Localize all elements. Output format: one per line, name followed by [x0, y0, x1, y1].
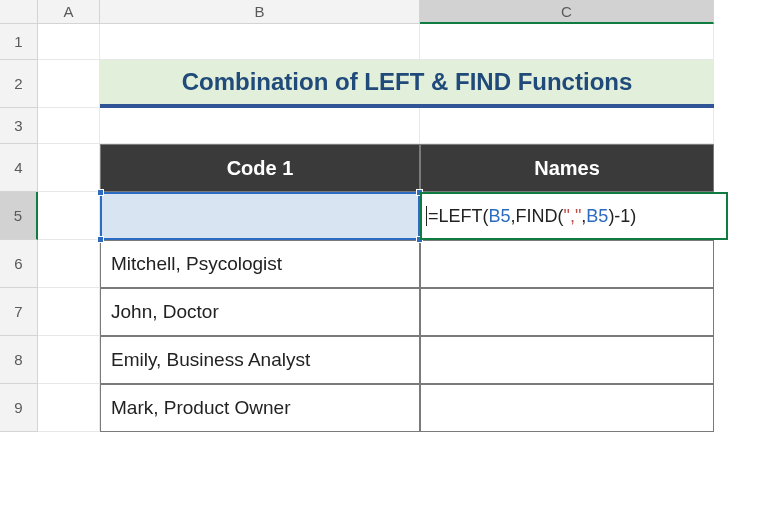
title-text: Combination of LEFT & FIND Functions — [182, 68, 633, 96]
text-cursor — [426, 206, 427, 226]
row-header-6[interactable]: 6 — [0, 240, 38, 288]
row-header-2[interactable]: 2 — [0, 60, 38, 108]
formula-part: ,FIND( — [511, 206, 564, 227]
spreadsheet: A B C 1 2 3 4 5 6 7 8 9 Combination of L… — [0, 0, 768, 512]
header-names[interactable]: Names — [420, 144, 714, 192]
cell-c9[interactable] — [420, 384, 714, 432]
header-code-label: Code 1 — [227, 157, 294, 180]
column-headers: A B C — [0, 0, 714, 24]
select-all-corner[interactable] — [0, 0, 38, 24]
column-header-b[interactable]: B — [100, 0, 420, 24]
formula-ref: B5 — [586, 206, 608, 227]
cell-b9-text: Mark, Product Owner — [111, 397, 291, 419]
formula-string: "," — [564, 206, 582, 227]
row-header-8[interactable]: 8 — [0, 336, 38, 384]
cell-b6[interactable]: Mitchell, Psycologist — [100, 240, 420, 288]
row-header-9[interactable]: 9 — [0, 384, 38, 432]
cell-c7[interactable] — [420, 288, 714, 336]
cell-b9[interactable]: Mark, Product Owner — [100, 384, 420, 432]
header-code[interactable]: Code 1 — [100, 144, 420, 192]
reference-handle[interactable] — [97, 236, 104, 243]
cell-b6-text: Mitchell, Psycologist — [111, 253, 282, 275]
row-header-3[interactable]: 3 — [0, 108, 38, 144]
cell-c8[interactable] — [420, 336, 714, 384]
reference-handle[interactable] — [97, 189, 104, 196]
cell-b8[interactable]: Emily, Business Analyst — [100, 336, 420, 384]
cell-b8-text: Emily, Business Analyst — [111, 349, 310, 371]
formula-ref: B5 — [489, 206, 511, 227]
column-header-a[interactable]: A — [38, 0, 100, 24]
active-cell-c5[interactable]: =LEFT(B5,FIND(",",B5)-1) — [420, 192, 728, 240]
row-header-7[interactable]: 7 — [0, 288, 38, 336]
formula-part: )-1) — [608, 206, 636, 227]
row-header-5[interactable]: 5 — [0, 192, 38, 240]
title-cell[interactable]: Combination of LEFT & FIND Functions — [100, 60, 714, 108]
cell-grid[interactable]: Combination of LEFT & FIND Functions Cod… — [38, 24, 768, 512]
row-header-4[interactable]: 4 — [0, 144, 38, 192]
header-names-label: Names — [534, 157, 600, 180]
cell-b7[interactable]: John, Doctor — [100, 288, 420, 336]
row-header-1[interactable]: 1 — [0, 24, 38, 60]
row-headers: 1 2 3 4 5 6 7 8 9 — [0, 24, 38, 432]
formula-part: =LEFT( — [428, 206, 489, 227]
cell-b7-text: John, Doctor — [111, 301, 219, 323]
cell-c6[interactable] — [420, 240, 714, 288]
column-header-c[interactable]: C — [420, 0, 714, 24]
reference-highlight-b5 — [100, 192, 420, 240]
